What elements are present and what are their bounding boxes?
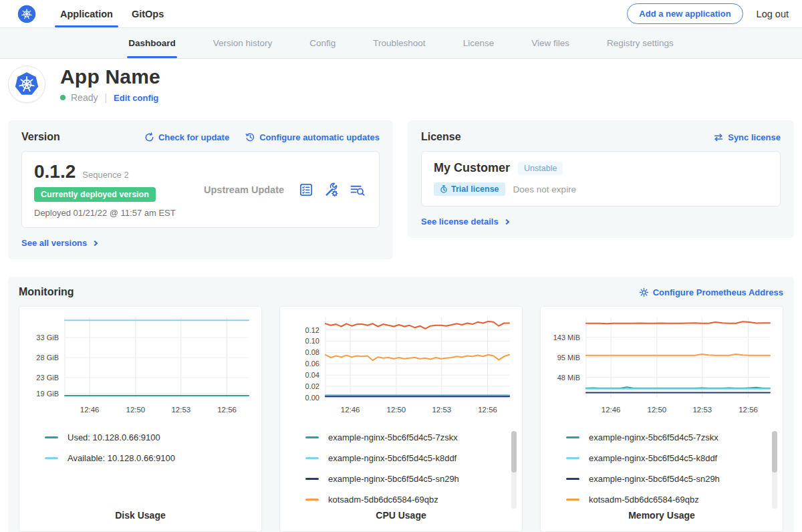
legend-scrollbar[interactable]	[511, 431, 517, 509]
preflight-checks-icon[interactable]	[299, 182, 313, 197]
tab-registry-settings[interactable]: Registry settings	[607, 28, 674, 58]
svg-text:28 GiB: 28 GiB	[36, 354, 59, 362]
legend-color-dash	[566, 478, 579, 480]
scrollbar-thumb[interactable]	[511, 431, 517, 473]
svg-text:143 MiB: 143 MiB	[553, 334, 580, 342]
svg-text:12:56: 12:56	[478, 406, 497, 414]
chart-canvas: 0.000.020.040.060.080.100.1212:4612:5012…	[288, 312, 513, 424]
svg-text:12:50: 12:50	[126, 406, 145, 414]
svg-text:0.12: 0.12	[305, 326, 319, 334]
chart-plot: 19 GiB23 GiB28 GiB33 GiB12:4612:5012:531…	[27, 312, 253, 427]
svg-text:0.08: 0.08	[305, 348, 319, 356]
legend-label: example-nginx-5bc6f5d4c5-7zskx	[589, 432, 718, 442]
svg-text:19 GiB: 19 GiB	[36, 390, 59, 398]
tab-troubleshoot[interactable]: Troubleshoot	[373, 28, 425, 58]
configure-automatic-updates-link[interactable]: Configure automatic updates	[245, 132, 380, 142]
legend-color-dash	[305, 436, 319, 438]
svg-text:12:46: 12:46	[341, 406, 360, 414]
chart-title: Disk Usage	[19, 510, 261, 521]
legend-color-dash	[566, 457, 579, 459]
legend-color-dash	[566, 499, 579, 501]
configure-prometheus-link[interactable]: Configure Prometheus Address	[639, 287, 783, 297]
legend-item: example-nginx-5bc6f5d4c5-sn29h	[566, 474, 775, 484]
gear-icon	[639, 287, 649, 297]
edit-config-link[interactable]: Edit config	[114, 93, 158, 103]
tab-view-files[interactable]: View files	[531, 28, 569, 58]
see-license-details-link[interactable]: See license details	[421, 217, 509, 227]
auto-update-clock-icon	[245, 132, 255, 142]
page-title: App Name	[60, 65, 160, 88]
legend-color-dash	[305, 457, 319, 459]
nav-tab-gitops-label: GitOps	[132, 9, 164, 19]
legend-label: kotsadm-5db6dc6584-69qbz	[328, 495, 438, 505]
svg-text:12:56: 12:56	[739, 406, 758, 414]
add-application-button[interactable]: Add a new application	[627, 3, 743, 24]
svg-text:23 GiB: 23 GiB	[36, 374, 59, 382]
check-for-update-link[interactable]: Check for update	[144, 132, 229, 142]
chevron-right-icon	[92, 240, 98, 245]
kubernetes-logo-icon	[17, 0, 36, 27]
legend-color-dash	[45, 436, 58, 438]
legend-label: example-nginx-5bc6f5d4c5-sn29h	[328, 474, 459, 484]
legend-color-dash	[566, 436, 579, 438]
legend-scrollbar[interactable]	[772, 431, 777, 509]
current-version-row: 0.1.2 Sequence 2 Currently deployed vers…	[21, 151, 380, 228]
scrollbar-thumb[interactable]	[772, 431, 777, 473]
divider: |	[103, 92, 108, 103]
tab-license[interactable]: License	[463, 28, 495, 58]
legend-label: example-nginx-5bc6f5d4c5-k8ddf	[328, 453, 456, 463]
version-source: Upstream Update	[194, 184, 299, 195]
license-card: License Sync license My Customer Unstabl…	[408, 120, 794, 238]
chart-legend: example-nginx-5bc6f5d4c5-7zskxexample-ng…	[288, 432, 514, 505]
top-nav: Application GitOps Add a new application…	[0, 0, 802, 28]
license-card-title: License	[421, 131, 461, 143]
chart-title: Memory Usage	[541, 510, 783, 521]
cpu-usage-chart-card: 0.000.020.040.060.080.100.1212:4612:5012…	[279, 306, 523, 532]
app-header: App Name Ready | Edit config	[0, 59, 802, 112]
deployed-badge: Currently deployed version	[34, 187, 156, 202]
license-type-badge: Trial license	[434, 182, 505, 196]
legend-item: example-nginx-5bc6f5d4c5-7zskx	[305, 432, 514, 442]
svg-text:12:56: 12:56	[217, 406, 237, 414]
tab-dashboard[interactable]: Dashboard	[128, 28, 176, 58]
app-sub-nav: Dashboard Version history Config Trouble…	[0, 28, 802, 59]
chart-plot: 0.000.020.040.060.080.100.1212:4612:5012…	[288, 312, 514, 427]
sync-license-link[interactable]: Sync license	[713, 132, 781, 142]
kubernetes-helm-icon	[12, 70, 41, 99]
nav-tab-application[interactable]: Application	[51, 0, 122, 27]
legend-item: Available: 10.128.0.66:9100	[45, 453, 253, 463]
legend-item: example-nginx-5bc6f5d4c5-sn29h	[305, 474, 514, 484]
legend-item: kotsadm-5db6dc6584-69qbz	[566, 495, 775, 505]
svg-text:12:46: 12:46	[80, 406, 100, 414]
app-avatar	[8, 65, 45, 103]
tab-config[interactable]: Config	[309, 28, 336, 58]
nav-tab-gitops[interactable]: GitOps	[122, 0, 173, 27]
version-sequence: Sequence 2	[82, 170, 128, 180]
channel-badge: Unstable	[518, 162, 563, 175]
monitoring-section: Monitoring Configure Prometheus Address …	[8, 277, 794, 532]
svg-text:12:50: 12:50	[647, 406, 666, 414]
config-wrench-icon[interactable]	[324, 182, 339, 197]
svg-text:12:46: 12:46	[602, 406, 621, 414]
logout-button[interactable]: Log out	[757, 9, 789, 19]
legend-item: example-nginx-5bc6f5d4c5-k8ddf	[305, 453, 514, 463]
stopwatch-icon	[440, 185, 448, 193]
chart-title: CPU Usage	[280, 510, 522, 521]
monitoring-title: Monitoring	[19, 286, 74, 298]
svg-text:95 MiB: 95 MiB	[557, 354, 580, 362]
svg-text:12:53: 12:53	[171, 406, 190, 414]
svg-text:48 MiB: 48 MiB	[557, 374, 580, 382]
see-all-versions-link[interactable]: See all versions	[21, 238, 97, 248]
version-number: 0.1.2	[34, 161, 76, 182]
license-expiry: Does not expire	[513, 184, 577, 194]
tab-version-history[interactable]: Version history	[213, 28, 273, 58]
version-card-title: Version	[21, 131, 60, 143]
svg-text:12:50: 12:50	[386, 406, 406, 414]
deployed-timestamp: Deployed 01/21/22 @ 11:57 am EST	[34, 208, 194, 218]
deploy-logs-icon[interactable]	[350, 183, 366, 196]
legend-item: example-nginx-5bc6f5d4c5-7zskx	[566, 432, 775, 442]
chart-canvas: 48 MiB95 MiB143 MiB12:4612:5012:5312:56	[549, 312, 774, 424]
svg-text:0.04: 0.04	[305, 371, 319, 379]
chart-legend: example-nginx-5bc6f5d4c5-7zskxexample-ng…	[549, 432, 775, 505]
status-text: Ready	[71, 92, 98, 103]
